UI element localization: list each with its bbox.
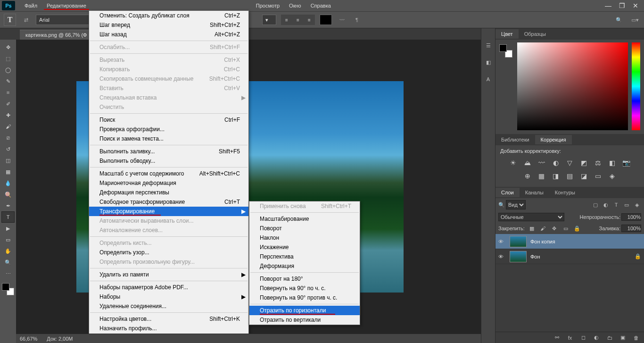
dodge-tool-icon[interactable]: 🍭 [1, 189, 15, 200]
edit-menu-item[interactable]: Трансформирование▶ [89, 207, 248, 216]
layer-row[interactable]: 👁Фон копия [495, 234, 644, 249]
character-panel-icon[interactable]: A [484, 75, 493, 84]
edit-menu-item[interactable]: Проверка орфографии... [89, 125, 248, 134]
rectangle-tool-icon[interactable]: ▭ [1, 234, 15, 245]
transform-menu-item[interactable]: Искажение [249, 243, 360, 252]
properties-panel-icon[interactable]: ◧ [484, 58, 493, 67]
new-group-icon[interactable]: 🗀 [605, 334, 614, 342]
close-icon[interactable]: ✕ [633, 2, 638, 9]
tab-color[interactable]: Цвет [495, 29, 519, 39]
panel-color-swatches[interactable] [499, 44, 512, 58]
bw-icon[interactable]: ◧ [608, 159, 617, 167]
edit-menu-item[interactable]: Масштаб с учетом содержимогоAlt+Shift+Ct… [89, 169, 248, 178]
quick-select-tool-icon[interactable]: ✎ [1, 75, 15, 87]
filter-shape-icon[interactable]: ▭ [622, 201, 631, 209]
filter-type-icon[interactable]: T [612, 201, 620, 209]
transform-menu-item[interactable]: Поворот на 180° [249, 274, 360, 284]
blur-tool-icon[interactable]: 💧 [1, 177, 15, 189]
history-panel-icon[interactable]: ☰ [484, 41, 493, 50]
layer-name[interactable]: Фон [530, 254, 540, 259]
curves-icon[interactable]: 〰 [537, 159, 546, 167]
edit-menu-item[interactable]: Отменить: Создать дубликат слояCtrl+Z [89, 11, 248, 20]
tab-channels[interactable]: Каналы [520, 188, 549, 197]
menu-edit[interactable]: Редактирование [42, 1, 91, 10]
layer-name[interactable]: Фон копия [530, 239, 555, 244]
type-tool-icon[interactable]: T [1, 211, 15, 223]
filter-smart-icon[interactable]: ◈ [633, 201, 641, 209]
hue-icon[interactable]: ◩ [579, 159, 589, 167]
vibrance-icon[interactable]: ▽ [565, 159, 575, 167]
status-doc-size[interactable]: Док: 2,00M [47, 336, 73, 342]
lock-artboard-icon[interactable]: ▭ [561, 224, 570, 233]
orientation-icon[interactable]: ⇄ [21, 15, 31, 25]
lock-pixels-icon[interactable]: 🖌 [539, 224, 547, 233]
invert-icon[interactable]: ◨ [551, 172, 561, 180]
warp-text-icon[interactable]: 〰 [337, 15, 347, 25]
visibility-icon[interactable]: 👁 [498, 239, 506, 244]
layer-filter-select[interactable]: Вид [506, 200, 526, 209]
lock-transparent-icon[interactable]: ▩ [528, 224, 536, 233]
edit-menu-item[interactable]: Марионеточная деформация [89, 178, 248, 188]
hand-tool-icon[interactable]: ✋ [1, 245, 15, 257]
hue-slider[interactable] [632, 42, 640, 130]
link-layers-icon[interactable]: ⚯ [553, 334, 561, 342]
pen-tool-icon[interactable]: ✒ [1, 200, 15, 211]
tab-layers[interactable]: Слои [495, 188, 520, 197]
layer-thumbnail[interactable] [510, 236, 527, 247]
brightness-icon[interactable]: ☀ [509, 159, 518, 167]
levels-icon[interactable]: ⛰ [523, 159, 532, 167]
posterize-icon[interactable]: ▤ [565, 172, 575, 180]
layer-row[interactable]: 👁Фон🔒 [495, 249, 644, 264]
transform-menu-item[interactable]: Масштабирование [249, 214, 360, 224]
align-right-icon[interactable]: ≡ [304, 15, 315, 25]
edit-toolbar-icon[interactable]: ⋯ [1, 268, 15, 279]
selective-color-icon[interactable]: ◈ [608, 172, 617, 180]
spot-heal-tool-icon[interactable]: ✚ [1, 109, 15, 121]
move-tool-icon[interactable]: ✥ [1, 42, 15, 53]
tab-paths[interactable]: Контуры [549, 188, 581, 197]
lock-all-icon[interactable]: 🔒 [573, 224, 581, 233]
edit-menu-item[interactable]: Назначить профиль... [89, 324, 248, 333]
edit-menu-item[interactable]: Деформация перспективы [89, 188, 248, 197]
edit-menu-item[interactable]: Шаг назадAlt+Ctrl+Z [89, 30, 248, 39]
edit-menu-item[interactable]: Удаленные соединения... [89, 301, 248, 311]
edit-menu-item[interactable]: Свободное трансформированиеCtrl+T [89, 197, 248, 207]
layer-mask-icon[interactable]: ◻ [579, 334, 587, 342]
menu-help[interactable]: Справка [306, 1, 336, 10]
color-balance-icon[interactable]: ⚖ [594, 159, 603, 167]
edit-menu-item[interactable]: ПоискCtrl+F [89, 115, 248, 125]
marquee-tool-icon[interactable]: ⬚ [1, 53, 15, 64]
align-left-icon[interactable]: ≡ [281, 15, 292, 25]
filter-adjust-icon[interactable]: ◐ [602, 201, 610, 209]
eraser-tool-icon[interactable]: ◫ [1, 155, 15, 166]
font-family-select[interactable]: Arial [36, 15, 92, 25]
transform-menu-item[interactable]: Отразить по вертикали [249, 315, 360, 325]
new-layer-icon[interactable]: ▣ [619, 334, 627, 342]
edit-menu-item[interactable]: Наборы параметров Adobe PDF... [89, 283, 248, 292]
new-adjustment-layer-icon[interactable]: ◐ [592, 334, 601, 342]
delete-layer-icon[interactable]: 🗑 [632, 334, 640, 342]
layer-filter[interactable]: 🔍 Вид [498, 200, 589, 209]
color-lookup-icon[interactable]: ▦ [537, 172, 546, 180]
paragraph-panel-icon[interactable]: ¶ [352, 15, 362, 25]
edit-menu-item[interactable]: Настройка цветов...Shift+Ctrl+K [89, 314, 248, 324]
text-color-swatch[interactable] [320, 15, 332, 25]
gradient-tool-icon[interactable]: ▦ [1, 166, 15, 177]
workspace-icon[interactable]: ▭▾ [630, 15, 640, 25]
current-tool-icon[interactable]: T [4, 14, 16, 26]
transform-menu-item[interactable]: Деформация [249, 261, 360, 271]
font-size-select[interactable]: ▾ [262, 15, 276, 25]
lasso-tool-icon[interactable]: ◯ [1, 64, 15, 75]
photo-filter-icon[interactable]: 📷 [622, 159, 631, 167]
edit-menu-item[interactable]: Поиск и замена текста... [89, 134, 248, 143]
lock-position-icon[interactable]: ✥ [550, 224, 559, 233]
crop-tool-icon[interactable]: ⌗ [1, 87, 15, 98]
layer-style-icon[interactable]: fx [566, 334, 574, 342]
eyedropper-tool-icon[interactable]: ✐ [1, 98, 15, 109]
edit-menu-item[interactable]: Удалить из памяти▶ [89, 270, 248, 279]
channel-mixer-icon[interactable]: ⊕ [523, 172, 532, 180]
tab-adjustments[interactable]: Коррекция [535, 135, 572, 144]
tab-swatches[interactable]: Образцы [519, 29, 552, 39]
edit-menu-item[interactable]: Определить узор... [89, 248, 248, 257]
status-zoom[interactable]: 66,67% [20, 336, 37, 342]
